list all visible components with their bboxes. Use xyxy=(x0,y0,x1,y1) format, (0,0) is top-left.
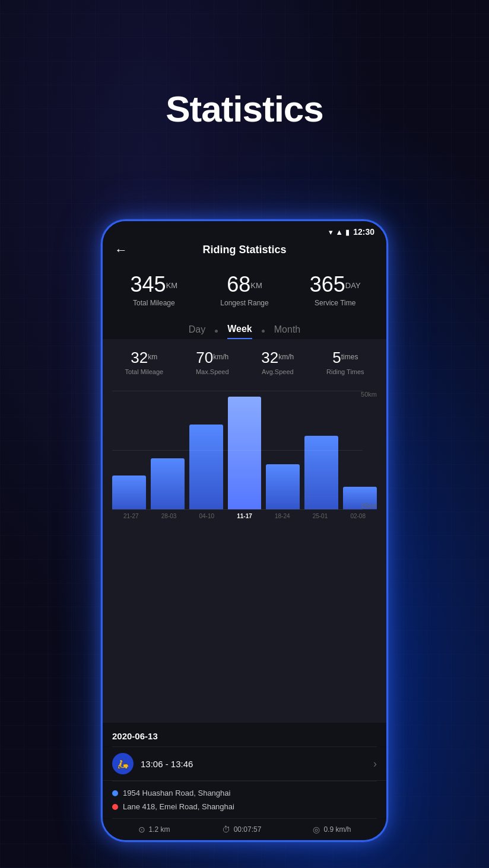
weekly-stats: 32km Total Mileage 70km/h Max.Speed 32km… xyxy=(103,339,386,385)
meta-duration-value: 00:07:57 xyxy=(234,825,262,834)
meta-distance: ⊙ 1.2 km xyxy=(138,825,170,834)
y-label-mid: 25km xyxy=(361,502,377,509)
x-label: 25-01 xyxy=(301,513,339,519)
tab-dot-2 xyxy=(262,330,265,333)
meta-duration: ⏱ 00:07:57 xyxy=(222,825,262,834)
route-end-row: Lane 418, Emei Road, Shanghai xyxy=(112,800,377,813)
chart-area: 50km 25km 21-2728-0304-1011-1718-2425-01… xyxy=(103,385,386,723)
bar-col xyxy=(228,397,262,509)
weekly-mileage: 32km Total Mileage xyxy=(125,349,163,375)
status-bar: ▾ ▲ ▮ 12:30 xyxy=(103,221,386,239)
chart-bar[interactable] xyxy=(112,476,146,509)
page-title: Statistics xyxy=(0,88,489,130)
app-header: ← Riding Statistics xyxy=(103,239,386,263)
chart-bar[interactable] xyxy=(228,397,262,509)
signal-icon: ▲ xyxy=(335,228,343,237)
phone-frame: ▾ ▲ ▮ 12:30 ← Riding Statistics 345KM To… xyxy=(101,219,388,842)
tab-week[interactable]: Week xyxy=(227,324,252,339)
chart-bar[interactable] xyxy=(304,436,338,509)
status-time: 12:30 xyxy=(353,227,374,237)
bar-col xyxy=(112,476,146,509)
chart-bar[interactable] xyxy=(151,458,185,509)
tab-month[interactable]: Month xyxy=(274,324,300,339)
stat-service-value: 365DAY xyxy=(290,273,380,296)
wifi-icon: ▾ xyxy=(329,228,333,237)
duration-icon: ⏱ xyxy=(222,825,230,834)
route-start-row: 1954 Huashan Road, Shanghai xyxy=(112,786,377,800)
y-label-top: 50km xyxy=(361,391,377,398)
distance-icon: ⊙ xyxy=(138,825,145,834)
bar-col xyxy=(266,464,300,509)
bar-col xyxy=(151,458,185,509)
trip-time: 13:06 - 13:46 xyxy=(141,759,373,769)
route-info: 1954 Huashan Road, Shanghai Lane 418, Em… xyxy=(103,781,386,818)
bar-col xyxy=(304,436,338,509)
meta-speed-value: 0.9 km/h xyxy=(323,825,351,834)
trip-meta: ⊙ 1.2 km ⏱ 00:07:57 ◎ 0.9 km/h xyxy=(103,819,386,840)
stat-mileage-value: 345KM xyxy=(109,273,199,296)
stat-range-value: 68KM xyxy=(199,273,290,296)
route-end-text: Lane 418, Emei Road, Shanghai xyxy=(123,802,234,811)
weekly-avg-speed: 32km/h Avg.Speed xyxy=(261,349,294,375)
meta-speed: ◎ 0.9 km/h xyxy=(313,825,351,834)
route-start-text: 1954 Huashan Road, Shanghai xyxy=(123,789,230,797)
header-title: Riding Statistics xyxy=(202,244,286,256)
bar-col xyxy=(189,425,223,509)
trip-arrow-icon: › xyxy=(373,758,377,770)
battery-icon: ▮ xyxy=(345,228,350,237)
tab-dot-1 xyxy=(215,330,218,333)
x-label: 28-03 xyxy=(150,513,188,519)
tab-day[interactable]: Day xyxy=(189,324,205,339)
weekly-max-speed: 70km/h Max.Speed xyxy=(196,349,229,375)
meta-distance-value: 1.2 km xyxy=(149,825,170,834)
x-label: 21-27 xyxy=(112,513,150,519)
stat-total-mileage: 345KM Total Mileage xyxy=(109,273,199,307)
x-label: 18-24 xyxy=(263,513,301,519)
weekly-riding-times: 5times Riding Times xyxy=(326,349,364,375)
route-end-dot xyxy=(112,804,118,810)
top-stats-row: 345KM Total Mileage 68KM Longest Range 3… xyxy=(103,263,386,319)
chart-y-labels: 50km 25km xyxy=(361,391,377,509)
back-button[interactable]: ← xyxy=(115,242,128,258)
x-label: 02-08 xyxy=(339,513,377,519)
trip-date: 2020-06-13 xyxy=(112,731,158,741)
x-label: 11-17 xyxy=(226,513,263,519)
chart-bar[interactable] xyxy=(266,464,300,509)
trip-item[interactable]: 🛵 13:06 - 13:46 › xyxy=(103,747,386,781)
trip-icon: 🛵 xyxy=(112,753,134,774)
stat-longest-range: 68KM Longest Range xyxy=(199,273,290,307)
chart-bar[interactable] xyxy=(189,425,223,509)
stat-service-time: 365DAY Service Time xyxy=(290,273,380,307)
x-label: 04-10 xyxy=(188,513,226,519)
route-start-dot xyxy=(112,790,118,796)
speed-icon: ◎ xyxy=(313,825,320,834)
status-icons: ▾ ▲ ▮ xyxy=(329,228,350,237)
chart-x-labels: 21-2728-0304-1011-1718-2425-0102-08 xyxy=(112,509,377,525)
date-section: 2020-06-13 xyxy=(103,723,386,746)
tab-bar: Day Week Month xyxy=(103,319,386,339)
